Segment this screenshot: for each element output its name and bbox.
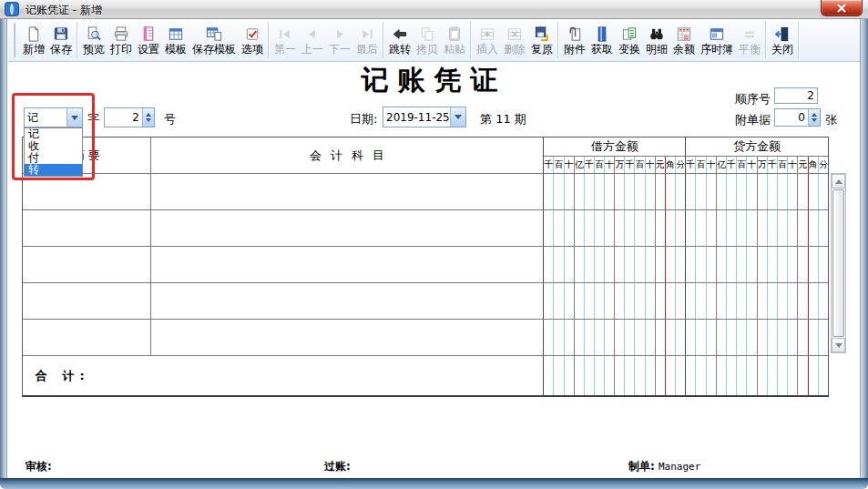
voucher-word-combo[interactable]: 记 — [24, 107, 83, 127]
digit-cell — [565, 174, 575, 209]
digit-cell — [737, 174, 747, 209]
jump-icon — [391, 25, 409, 43]
debit-amount-cell[interactable] — [544, 283, 686, 319]
table-row[interactable] — [23, 283, 828, 320]
summary-cell[interactable] — [23, 283, 151, 319]
digit-cell — [625, 247, 635, 282]
voucher-number-stepper[interactable]: 2 — [104, 107, 155, 127]
digit-cell — [625, 320, 635, 355]
digit-cell — [747, 283, 757, 319]
close-button[interactable] — [821, 0, 863, 16]
digit-cell — [646, 247, 656, 282]
credit-amount-cell[interactable] — [686, 210, 828, 246]
toolbar-button-settings[interactable]: 设置 — [135, 20, 162, 60]
toolbar-button-label: 新增 — [23, 44, 45, 56]
toolbar-button-fetch[interactable]: 获取 — [588, 20, 616, 60]
toolbar-button-detail[interactable]: 明细 — [643, 20, 670, 60]
toolbar-button-transform[interactable]: 变换 — [616, 20, 643, 60]
debit-amount-cell[interactable] — [544, 247, 686, 282]
scrollbar-thumb[interactable] — [832, 189, 844, 337]
summary-cell[interactable] — [23, 174, 151, 209]
account-cell[interactable] — [151, 247, 545, 282]
debit-amount-cell[interactable] — [544, 210, 686, 246]
attachment-unit: 张 — [825, 112, 837, 128]
debit-amount-cell[interactable] — [544, 320, 686, 355]
debit-amount-cell[interactable] — [544, 174, 686, 209]
digit-cell — [575, 174, 585, 209]
summary-cell[interactable] — [23, 247, 151, 282]
toolbar-button-balance[interactable]: 余额 — [670, 20, 698, 60]
toolbar-button-template[interactable]: 模板 — [162, 20, 189, 60]
digit-cell — [656, 210, 666, 246]
digit-cell — [727, 320, 737, 355]
toolbar-button-save[interactable]: 保存 — [47, 20, 75, 60]
voucher-number-value: 2 — [105, 111, 142, 124]
digit-cell — [758, 356, 768, 395]
digit-cell — [747, 210, 757, 246]
attachment-stepper[interactable]: 0 — [774, 108, 821, 127]
number-spinner-icon[interactable] — [142, 108, 154, 127]
credit-header-column: 贷方金额千百十亿千百十万千百十元角分 — [686, 138, 828, 173]
toolbar-button-label: 获取 — [591, 44, 613, 56]
digit-cell — [554, 320, 564, 355]
summary-cell[interactable] — [23, 210, 151, 246]
toolbar-button-print[interactable]: 打印 — [107, 20, 135, 60]
account-cell[interactable] — [151, 320, 545, 355]
digit-header-cell: 十 — [605, 157, 615, 173]
titlebar[interactable]: 记账凭证 - 新增 — [0, 0, 868, 19]
scroll-down-icon[interactable] — [832, 338, 845, 352]
credit-amount-cell[interactable] — [686, 174, 828, 209]
date-picker[interactable]: 2019-11-25 — [383, 107, 466, 127]
toolbar-button-close[interactable]: 关闭 — [769, 20, 796, 60]
sequence-input[interactable] — [774, 87, 818, 104]
toolbar-grip[interactable] — [13, 23, 15, 57]
table-row[interactable] — [23, 210, 828, 247]
toolbar-button-options[interactable]: 选项 — [239, 20, 266, 60]
chevron-down-icon[interactable] — [66, 108, 82, 127]
table-row[interactable] — [23, 320, 828, 356]
toolbar-button-paste: 粘贴 — [441, 20, 468, 60]
toolbar-button-label: 关闭 — [771, 44, 793, 56]
toolbar-button-journal[interactable]: 序时簿 — [698, 20, 736, 60]
digit-cell — [544, 210, 554, 246]
account-cell[interactable] — [151, 283, 545, 319]
scroll-up-icon[interactable] — [832, 174, 845, 188]
credit-amount-cell[interactable] — [686, 320, 828, 355]
digit-cell — [544, 356, 554, 395]
dropdown-option-转[interactable]: 转 — [25, 164, 82, 176]
digit-cell — [809, 247, 819, 282]
toolbar-button-save-template[interactable]: 保存模板 — [189, 20, 239, 60]
toolbar-button-jump[interactable]: 跳转 — [386, 20, 414, 60]
digit-cell — [788, 247, 798, 282]
credit-amount-cell[interactable] — [686, 247, 828, 282]
digit-cell — [798, 320, 808, 355]
table-row[interactable] — [23, 174, 828, 210]
toolbar-separator — [765, 22, 767, 58]
table-scrollbar[interactable] — [831, 173, 846, 353]
digit-cell — [656, 320, 666, 355]
table-row[interactable] — [23, 247, 828, 283]
toolbar-button-label: 附件 — [564, 44, 586, 56]
digit-cell — [727, 174, 737, 209]
toolbar-button-attachment[interactable]: 附件 — [561, 20, 588, 60]
credit-amount-cell[interactable] — [686, 283, 828, 319]
toolbar-button-restore[interactable]: 复原 — [528, 20, 556, 60]
window-frame-right — [860, 19, 868, 489]
digit-header-cell: 十 — [646, 157, 656, 173]
digit-cell — [717, 247, 727, 282]
attachment-spinner-icon[interactable] — [808, 109, 820, 126]
digit-cell — [625, 283, 635, 319]
date-chevron-down-icon[interactable] — [450, 107, 465, 127]
summary-cell[interactable] — [23, 320, 151, 355]
digit-cell — [544, 283, 554, 319]
account-cell[interactable] — [151, 210, 545, 246]
attachment-label: 附单据 — [729, 112, 771, 128]
account-cell[interactable] — [151, 174, 545, 209]
toolbar-button-new[interactable]: 新增 — [20, 20, 47, 60]
digit-header-cell: 百 — [595, 157, 605, 173]
voucher-table: 摘 要会计科目借方金额千百十亿千百十万千百十元角分贷方金额千百十亿千百十万千百十… — [22, 137, 829, 397]
digit-cell — [707, 174, 717, 209]
digit-cell — [585, 210, 595, 246]
digit-cell — [768, 283, 778, 319]
toolbar-button-preview[interactable]: 预览 — [80, 20, 107, 60]
